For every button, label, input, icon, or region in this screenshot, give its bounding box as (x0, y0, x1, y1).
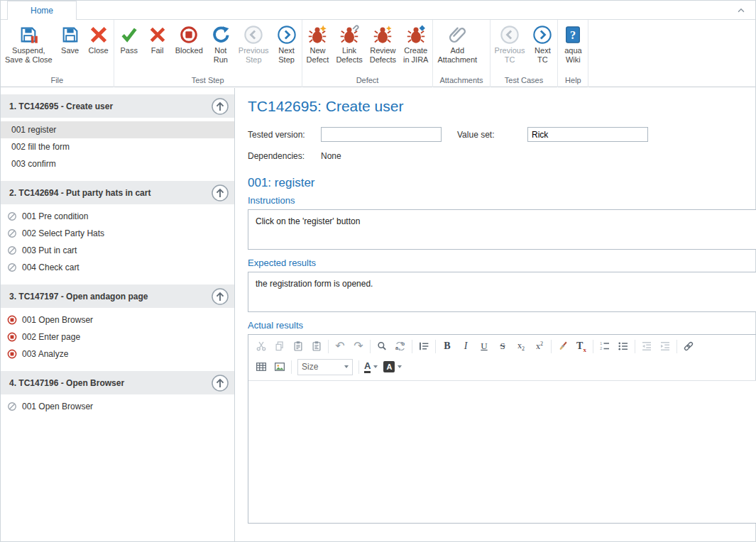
underline-button[interactable]: U (475, 337, 493, 355)
button-label: Pass (120, 46, 137, 65)
find-button[interactable] (373, 337, 391, 355)
save-button[interactable]: Save (56, 21, 84, 65)
button-label: LinkDefects (336, 46, 362, 65)
testcase-header-1[interactable]: 1. TC142695 - Create user (1, 94, 234, 118)
insert-link-button[interactable] (679, 337, 698, 355)
tab-home[interactable]: Home (7, 1, 77, 20)
add-attachment-button[interactable]: AddAttachment (434, 21, 481, 65)
paragraph-format-button[interactable] (415, 337, 433, 355)
next-step-icon (277, 25, 297, 45)
numbered-list-button[interactable]: 12 (596, 337, 614, 355)
previous-step-button[interactable]: PreviousStep (235, 21, 273, 65)
suspend-save-close-button[interactable]: Suspend,Save & Close (1, 21, 56, 65)
background-color-letter: A (383, 361, 395, 372)
ribbon-group-help: ? aquaWiki Help (558, 20, 588, 87)
previous-tc-icon (500, 25, 520, 45)
testcase-uparrow-button[interactable] (210, 96, 229, 116)
testcase-header-3[interactable]: 3. TC147197 - Open andagon page (1, 284, 234, 308)
copy-button[interactable] (270, 337, 289, 355)
indent-icon (659, 340, 672, 353)
redo-icon: ↷ (354, 341, 363, 352)
decrease-indent-button[interactable] (637, 337, 656, 355)
step-item[interactable]: 001 Open Browser (1, 398, 234, 415)
value-set-input[interactable] (527, 127, 648, 142)
button-label: ReviewDefects (370, 46, 396, 65)
step-item[interactable]: 004 Check cart (1, 259, 234, 276)
replace-button[interactable]: ab (391, 337, 410, 355)
next-tc-button[interactable]: NextTC (528, 21, 557, 65)
step-item-register[interactable]: 001 register (1, 121, 234, 138)
paste-plain-text-button[interactable] (307, 337, 326, 355)
remove-format-button[interactable]: Tx (572, 337, 591, 355)
step-item[interactable]: 002 Select Party Hats (1, 225, 234, 242)
pass-button[interactable]: Pass (115, 21, 143, 65)
format-painter-button[interactable] (554, 337, 572, 355)
new-defect-button[interactable]: NewDefect (303, 21, 333, 65)
ribbon-collapse-button[interactable] (734, 4, 748, 17)
undo-button[interactable]: ↶ (331, 337, 349, 355)
button-label: Close (89, 46, 109, 65)
tested-version-input[interactable] (321, 127, 442, 142)
step-item[interactable]: 001 Pre condition (1, 208, 234, 225)
paperclip-icon (447, 25, 467, 45)
superscript-button[interactable]: x2 (530, 337, 549, 355)
link-defects-button[interactable]: LinkDefects (332, 21, 366, 65)
blocked-button[interactable]: Blocked (172, 21, 207, 65)
cut-button[interactable] (252, 337, 270, 355)
bold-button[interactable]: B (438, 337, 456, 355)
testcase-uparrow-button[interactable] (210, 287, 229, 306)
step-item[interactable]: 003 Analyze (1, 345, 234, 363)
step-item[interactable]: 003 Put in cart (1, 242, 234, 259)
increase-indent-button[interactable] (656, 337, 674, 355)
close-icon (89, 25, 109, 45)
up-arrow-circle-icon (211, 184, 229, 202)
ribbon-group-label: Test Step (115, 75, 301, 87)
review-defects-button[interactable]: ReviewDefects (366, 21, 400, 65)
subscript-button[interactable]: x2 (512, 337, 530, 355)
toolbar-divider (370, 340, 371, 353)
testcase-header-4[interactable]: 4. TC147196 - Open Browser (1, 371, 234, 394)
toolbar-divider (328, 340, 329, 353)
not-run-button[interactable]: NotRun (207, 21, 235, 65)
testcase-header-2[interactable]: 2. TC142694 - Put party hats in cart (1, 181, 234, 204)
step-list-3: 001 Open Browser 002 Enter page 003 Anal… (1, 308, 234, 365)
step-item[interactable]: 002 Enter page (1, 328, 234, 345)
fail-button[interactable]: Fail (143, 21, 172, 65)
version-row: Tested version: Value set: (248, 127, 756, 142)
bulleted-list-button[interactable] (614, 337, 632, 355)
testcase-title: 4. TC147196 - Open Browser (9, 378, 124, 388)
ribbon-group-label: Attachments (434, 75, 488, 87)
step-item-confirm[interactable]: 003 confirm (1, 155, 234, 172)
actual-results-text-area[interactable] (248, 381, 756, 523)
bulleted-list-icon (617, 340, 630, 353)
instructions-box: Click on the 'register' button (248, 209, 756, 250)
create-in-jira-button[interactable]: Createin JIRA (400, 21, 432, 65)
button-label: AddAttachment (437, 46, 477, 65)
background-color-button[interactable]: A (380, 358, 405, 376)
aqua-wiki-button[interactable]: ? aquaWiki (559, 21, 587, 65)
toolbar-divider (676, 340, 677, 353)
insert-image-button[interactable] (270, 358, 289, 376)
ribbon-group-attachments: AddAttachment Attachments (433, 20, 490, 87)
image-icon (273, 360, 286, 373)
previous-tc-button[interactable]: PreviousTC (491, 21, 529, 65)
step-item-fill-form[interactable]: 002 fill the form (1, 138, 234, 155)
strikethrough-button[interactable]: S (493, 337, 512, 355)
redo-button[interactable]: ↷ (349, 337, 368, 355)
font-size-value: Size (302, 362, 318, 372)
next-step-button[interactable]: NextStep (273, 21, 301, 65)
testcase-uparrow-button[interactable] (210, 373, 229, 392)
italic-button[interactable]: I (456, 337, 475, 355)
paste-plain-icon (310, 340, 323, 353)
font-size-dropdown[interactable]: Size (297, 359, 353, 375)
ribbon-group-label: Test Cases (491, 75, 557, 87)
paste-button[interactable] (289, 337, 307, 355)
text-color-button[interactable]: A (361, 358, 380, 376)
blocked-status-icon (7, 315, 17, 325)
testcase-uparrow-button[interactable] (210, 183, 229, 202)
ribbon-group-defect: NewDefect LinkDefects ReviewDefects (302, 20, 434, 87)
step-item[interactable]: 001 Open Browser (1, 311, 234, 328)
insert-table-button[interactable] (252, 358, 270, 376)
up-arrow-circle-icon (211, 97, 229, 116)
close-button[interactable]: Close (84, 21, 113, 65)
